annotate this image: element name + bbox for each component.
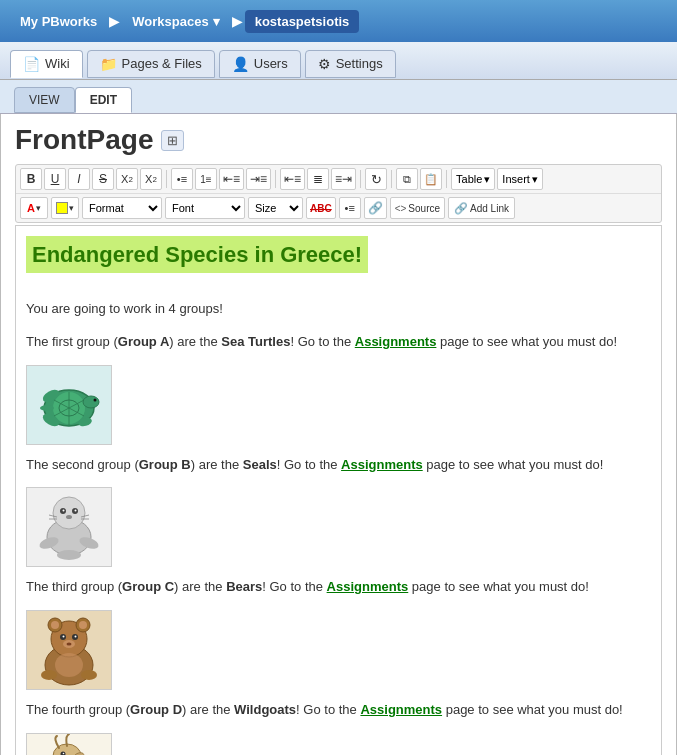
tab-bar: 📄 Wiki 📁 Pages & Files 👤 Users ⚙ Setting… (0, 42, 677, 80)
svg-point-25 (57, 550, 81, 560)
copy-button[interactable]: ⧉ (396, 168, 418, 190)
group-a-assignments-link[interactable]: Assignments (355, 334, 437, 349)
spellcheck-button[interactable]: ABC (306, 197, 336, 219)
svg-point-31 (79, 621, 87, 629)
outdent-button[interactable]: ⇤≡ (219, 168, 244, 190)
undo-button[interactable]: ↻ (365, 168, 387, 190)
nav-arrow-2: ▶ (232, 13, 243, 29)
paste-button[interactable]: 📋 (420, 168, 442, 190)
font-color-dropdown-arrow: ▾ (36, 203, 41, 213)
indent-button[interactable]: ⇥≡ (246, 168, 271, 190)
tab-pages-files[interactable]: 📁 Pages & Files (87, 50, 215, 78)
align-center-button[interactable]: ≣ (307, 168, 329, 190)
font-color-icon: A (27, 202, 35, 214)
group-c-species: Bears (226, 579, 262, 594)
superscript-button[interactable]: X2 (140, 168, 162, 190)
nav-workspaces[interactable]: Workspaces ▾ (122, 10, 229, 33)
align-right-button[interactable]: ≡⇥ (331, 168, 356, 190)
svg-point-30 (51, 621, 59, 629)
strikethrough-button[interactable]: S (92, 168, 114, 190)
add-link-button[interactable]: 🔗 Add Link (448, 197, 515, 219)
format-select[interactable]: Format (82, 197, 162, 219)
link-button[interactable]: 🔗 (364, 197, 387, 219)
users-icon: 👤 (232, 56, 249, 72)
size-select[interactable]: Size (248, 197, 303, 219)
svg-point-38 (55, 653, 83, 677)
nav-my-pbworks[interactable]: My PBworks (10, 10, 107, 33)
table-label: Table (456, 173, 482, 185)
group-c-assignments-link[interactable]: Assignments (327, 579, 409, 594)
rename-button[interactable]: ⊞ (161, 130, 184, 151)
bullets-button[interactable]: •≡ (339, 197, 361, 219)
toolbar-separator-1 (166, 170, 167, 188)
toolbar-row-2: A ▾ ▾ Format Font Size ABC •≡ 🔗 <> Sourc… (16, 194, 661, 222)
source-button[interactable]: <> Source (390, 197, 445, 219)
svg-point-18 (66, 515, 72, 519)
group-d-species: Wildgoats (234, 702, 296, 717)
svg-point-46 (63, 753, 65, 755)
svg-point-17 (75, 510, 77, 512)
group-c-name: Group C (122, 579, 174, 594)
group-b-paragraph: The second group (Group B) are the Seals… (26, 455, 651, 476)
font-select[interactable]: Font (165, 197, 245, 219)
insert-label: Insert (502, 173, 530, 185)
seal-svg (29, 491, 109, 563)
nav-workspaces-label: Workspaces (132, 14, 208, 29)
unordered-list-button[interactable]: •≡ (171, 168, 193, 190)
svg-point-35 (75, 636, 77, 638)
tab-users[interactable]: 👤 Users (219, 50, 301, 78)
tab-settings[interactable]: ⚙ Settings (305, 50, 396, 78)
group-b-name: Group B (139, 457, 191, 472)
highlight-color-swatch (56, 202, 68, 214)
page-title: FrontPage (15, 124, 153, 156)
svg-point-3 (94, 398, 97, 401)
editor-toolbar: B U I S X2 X2 •≡ 1≡ ⇤≡ ⇥≡ ⇤≡ ≣ ≡⇥ ↻ ⧉ 📋 … (15, 164, 662, 223)
page-title-row: FrontPage ⊞ (15, 124, 662, 156)
insert-dropdown[interactable]: Insert ▾ (497, 168, 543, 190)
source-label: Source (408, 203, 440, 214)
view-tab[interactable]: VIEW (14, 87, 75, 113)
underline-button[interactable]: U (44, 168, 66, 190)
tab-pages-files-label: Pages & Files (122, 56, 202, 71)
view-edit-bar: VIEW EDIT (0, 80, 677, 114)
highlight-color-button[interactable]: ▾ (51, 197, 79, 219)
svg-point-13 (53, 497, 85, 529)
bold-button[interactable]: B (20, 168, 42, 190)
main-area: FrontPage ⊞ B U I S X2 X2 •≡ 1≡ ⇤≡ ⇥≡ ⇤≡… (0, 114, 677, 755)
subscript-button[interactable]: X2 (116, 168, 138, 190)
nav-my-pbworks-label: My PBworks (20, 14, 97, 29)
svg-point-39 (41, 670, 57, 680)
turtle-image (26, 365, 112, 445)
turtle-svg (29, 370, 109, 440)
tab-users-label: Users (254, 56, 288, 71)
workspaces-dropdown-arrow: ▾ (213, 14, 220, 29)
source-brackets-icon: <> (395, 203, 407, 214)
svg-point-2 (83, 396, 99, 408)
svg-point-16 (63, 510, 65, 512)
goat-svg (29, 734, 109, 755)
gear-icon: ⚙ (318, 56, 331, 72)
edit-tab[interactable]: EDIT (75, 87, 132, 113)
view-tab-label: VIEW (29, 93, 60, 107)
group-a-name: Group A (118, 334, 170, 349)
text-color-button[interactable]: A ▾ (20, 197, 48, 219)
tab-settings-label: Settings (336, 56, 383, 71)
tab-wiki[interactable]: 📄 Wiki (10, 50, 83, 78)
ordered-list-button[interactable]: 1≡ (195, 168, 217, 190)
nav-workspace-name-label: kostaspetsiotis (255, 14, 350, 29)
align-left-button[interactable]: ⇤≡ (280, 168, 305, 190)
group-d-assignments-link[interactable]: Assignments (360, 702, 442, 717)
svg-point-34 (63, 636, 65, 638)
table-dropdown[interactable]: Table ▾ (451, 168, 495, 190)
editor-content[interactable]: Endangered Species in Greece! You are go… (15, 225, 662, 755)
group-b-assignments-link[interactable]: Assignments (341, 457, 423, 472)
nav-workspace-name[interactable]: kostaspetsiotis (245, 10, 360, 33)
svg-point-37 (67, 643, 72, 646)
group-b-species: Seals (243, 457, 277, 472)
top-navigation: My PBworks ▶ Workspaces ▾ ▶ kostaspetsio… (0, 0, 677, 42)
edit-tab-label: EDIT (90, 93, 117, 107)
italic-button[interactable]: I (68, 168, 90, 190)
bear-svg (29, 611, 109, 689)
add-link-label: Add Link (470, 203, 509, 214)
highlight-color-dropdown-arrow: ▾ (69, 203, 74, 213)
